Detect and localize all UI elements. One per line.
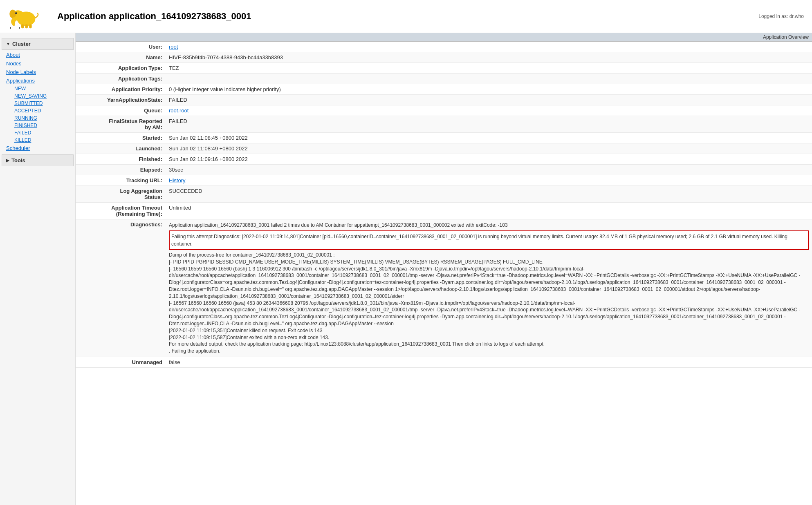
launched-value: Sun Jan 02 11:08:49 +0800 2022 <box>166 143 812 154</box>
logged-in-label: Logged in as: dr.who <box>758 13 804 19</box>
svg-text:hadoop: hadoop <box>10 27 31 29</box>
app-timeout-row: Application Timeout(Remaining Time): Unl… <box>76 203 812 219</box>
svg-point-3 <box>15 12 17 14</box>
unmanaged-value: false <box>166 357 812 367</box>
name-value: HIVE-835b9f4b-7074-4388-943b-bc44a33b839… <box>166 52 812 63</box>
queue-link[interactable]: root.root <box>169 107 188 114</box>
application-info-table: User: root Name: HIVE-835b9f4b-7074-4388… <box>76 42 812 368</box>
app-priority-row: Application Priority: 0 (Higher Integer … <box>76 84 812 95</box>
queue-row: Queue: root.root <box>76 105 812 116</box>
app-timeout-label: Application Timeout(Remaining Time): <box>76 203 166 219</box>
svg-point-4 <box>16 13 16 13</box>
final-status-row: FinalStatus Reportedby AM: FAILED <box>76 116 812 133</box>
tracking-url-label: Tracking URL: <box>76 175 166 186</box>
sidebar: ▼ Cluster About Nodes Node Labels Applic… <box>0 33 76 505</box>
unmanaged-row: Unmanaged false <box>76 357 812 367</box>
name-row: Name: HIVE-835b9f4b-7074-4388-943b-bc44a… <box>76 52 812 63</box>
launched-row: Launched: Sun Jan 02 11:08:49 +0800 2022 <box>76 143 812 154</box>
app-priority-value: 0 (Higher Integer value indicates higher… <box>166 84 812 95</box>
user-value: root <box>166 42 812 52</box>
diagnostics-rest: Dump of the process-tree for container_1… <box>169 252 809 355</box>
elapsed-row: Elapsed: 30sec <box>76 165 812 175</box>
yarn-state-label: YarnApplicationState: <box>76 95 166 105</box>
svg-point-2 <box>9 10 16 18</box>
applications-submenu: NEW NEW_SAVING SUBMITTED ACCEPTED RUNNIN… <box>0 85 75 144</box>
sidebar-item-failed[interactable]: FAILED <box>8 129 75 136</box>
logo: hadoop <box>8 4 41 29</box>
sidebar-item-new[interactable]: NEW <box>8 85 75 92</box>
unmanaged-label: Unmanaged <box>76 357 166 367</box>
final-status-value: FAILED <box>166 116 812 133</box>
sidebar-item-nodes[interactable]: Nodes <box>0 59 75 68</box>
queue-value: root.root <box>166 105 812 116</box>
finished-label: Finished: <box>76 154 166 165</box>
elapsed-value: 30sec <box>166 165 812 175</box>
sidebar-item-new-saving[interactable]: NEW_SAVING <box>8 92 75 100</box>
hadoop-logo-icon: hadoop <box>8 4 41 29</box>
sidebar-item-node-labels[interactable]: Node Labels <box>0 68 75 76</box>
layout: ▼ Cluster About Nodes Node Labels Applic… <box>0 33 812 505</box>
final-status-label: FinalStatus Reportedby AM: <box>76 116 166 133</box>
started-label: Started: <box>76 133 166 143</box>
cluster-section: ▼ Cluster About Nodes Node Labels Applic… <box>0 38 75 152</box>
diagnostics-row: Diagnostics: Application application_164… <box>76 219 812 357</box>
elapsed-label: Elapsed: <box>76 165 166 175</box>
sidebar-item-killed[interactable]: KILLED <box>8 136 75 144</box>
page-header: hadoop Application application_164109273… <box>0 0 812 33</box>
app-tags-label: Application Tags: <box>76 74 166 84</box>
main-content: Application Overview User: root Name: HI… <box>76 33 812 505</box>
tools-label: Tools <box>11 157 25 163</box>
app-type-label: Application Type: <box>76 63 166 74</box>
log-aggregation-row: Log AggregationStatus: SUCCEEDED <box>76 186 812 203</box>
tracking-url-link[interactable]: History <box>169 177 185 183</box>
queue-label: Queue: <box>76 105 166 116</box>
tracking-url-value: History <box>166 175 812 186</box>
log-aggregation-value: SUCCEEDED <box>166 186 812 203</box>
yarn-state-row: YarnApplicationState: FAILED <box>76 95 812 105</box>
tools-arrow-icon: ▶ <box>6 158 9 163</box>
sidebar-item-accepted[interactable]: ACCEPTED <box>8 107 75 114</box>
cluster-label: Cluster <box>12 41 31 47</box>
diagnostics-label: Diagnostics: <box>76 219 166 357</box>
sidebar-item-submitted[interactable]: SUBMITTED <box>8 100 75 107</box>
app-type-row: Application Type: TEZ <box>76 63 812 74</box>
sidebar-item-running[interactable]: RUNNING <box>8 114 75 122</box>
sidebar-item-finished[interactable]: FINISHED <box>8 122 75 129</box>
launched-label: Launched: <box>76 143 166 154</box>
sidebar-item-about[interactable]: About <box>0 51 75 59</box>
app-timeout-value: Unlimited <box>166 203 812 219</box>
tools-section-header[interactable]: ▶ Tools <box>2 154 74 166</box>
app-tags-value <box>166 74 812 84</box>
finished-row: Finished: Sun Jan 02 11:09:16 +0800 2022 <box>76 154 812 165</box>
started-value: Sun Jan 02 11:08:45 +0800 2022 <box>166 133 812 143</box>
app-type-value: TEZ <box>166 63 812 74</box>
tools-section: ▶ Tools <box>0 154 75 166</box>
cluster-section-header[interactable]: ▼ Cluster <box>2 38 74 50</box>
cluster-arrow-icon: ▼ <box>6 42 10 46</box>
user-link[interactable]: root <box>169 44 178 50</box>
sidebar-item-applications[interactable]: Applications <box>0 76 75 85</box>
diagnostics-value: Application application_1641092738683_00… <box>166 219 812 357</box>
section-header-bar: Application Overview <box>76 33 812 42</box>
user-row: User: root <box>76 42 812 52</box>
diagnostics-line1: Application application_1641092738683_00… <box>169 221 809 229</box>
name-label: Name: <box>76 52 166 63</box>
yarn-state-value: FAILED <box>166 95 812 105</box>
tracking-url-row: Tracking URL: History <box>76 175 812 186</box>
app-priority-label: Application Priority: <box>76 84 166 95</box>
user-label: User: <box>76 42 166 52</box>
sidebar-item-scheduler[interactable]: Scheduler <box>0 144 75 152</box>
log-aggregation-label: Log AggregationStatus: <box>76 186 166 203</box>
finished-value: Sun Jan 02 11:09:16 +0800 2022 <box>166 154 812 165</box>
started-row: Started: Sun Jan 02 11:08:45 +0800 2022 <box>76 133 812 143</box>
diagnostics-highlight: Failing this attempt.Diagnostics: [2022-… <box>169 230 809 250</box>
app-tags-row: Application Tags: <box>76 74 812 84</box>
page-title: Application application_1641092738683_00… <box>57 11 251 22</box>
